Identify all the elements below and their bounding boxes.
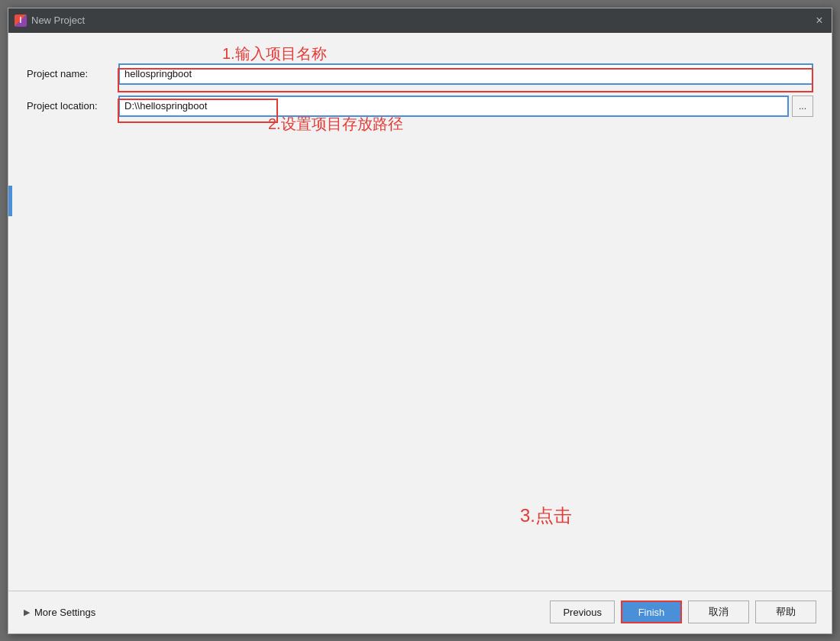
annotation-step1: 1.输入项目名称 — [222, 44, 327, 64]
title-bar-left: I New Project — [15, 15, 85, 27]
finish-button[interactable]: Finish — [621, 601, 682, 623]
browse-button[interactable]: ... — [792, 96, 813, 117]
left-marker — [8, 186, 12, 216]
dialog-footer: ▶ More Settings Previous Finish 取消 帮助 — [8, 591, 832, 633]
more-settings-toggle[interactable]: ▶ More Settings — [24, 607, 95, 618]
more-settings-arrow-icon: ▶ — [24, 607, 30, 617]
previous-button[interactable]: Previous — [550, 601, 615, 623]
annotation-step2: 2.设置项目存放路径 — [268, 114, 403, 134]
project-location-input[interactable] — [118, 96, 789, 117]
project-name-label: Project name: — [27, 68, 118, 79]
help-button[interactable]: 帮助 — [755, 601, 816, 623]
annotation-step3: 3.点击 — [520, 503, 572, 528]
close-button[interactable]: × — [813, 15, 825, 27]
new-project-dialog: I New Project × 1.输入项目名称 Project name: 2… — [8, 8, 832, 634]
title-bar: I New Project × — [8, 8, 832, 33]
dialog-title: New Project — [31, 15, 85, 26]
project-name-input-wrapper — [118, 63, 813, 85]
project-location-row: Project location: ... — [27, 96, 813, 117]
dialog-body: 1.输入项目名称 Project name: 2.设置项目存放路径 Projec… — [8, 33, 832, 591]
project-name-row: Project name: — [27, 63, 813, 85]
project-location-input-wrapper: ... — [118, 96, 813, 117]
project-location-label: Project location: — [27, 100, 118, 112]
cancel-button[interactable]: 取消 — [688, 601, 749, 623]
more-settings-label: More Settings — [34, 607, 95, 618]
project-name-input[interactable] — [118, 63, 813, 85]
app-icon: I — [15, 15, 27, 27]
